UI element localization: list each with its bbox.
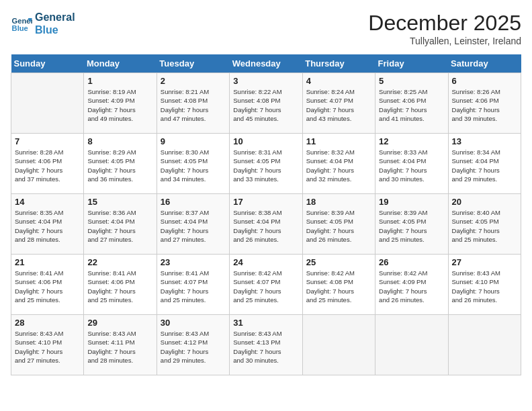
logo-text-blue: Blue	[35, 24, 75, 36]
day-number: 15	[87, 197, 152, 207]
calendar-cell: 20Sunrise: 8:40 AM Sunset: 4:05 PM Dayli…	[448, 194, 521, 255]
logo-text-general: General	[35, 11, 75, 24]
day-info: Sunrise: 8:43 AM Sunset: 4:13 PM Dayligh…	[233, 329, 298, 365]
day-header-monday: Monday	[84, 54, 157, 73]
day-info: Sunrise: 8:43 AM Sunset: 4:12 PM Dayligh…	[161, 329, 226, 365]
calendar-week-row: 7Sunrise: 8:28 AM Sunset: 4:06 PM Daylig…	[11, 134, 521, 194]
day-number: 14	[15, 197, 80, 207]
calendar-header-row: SundayMondayTuesdayWednesdayThursdayFrid…	[11, 54, 521, 73]
day-info: Sunrise: 8:36 AM Sunset: 4:04 PM Dayligh…	[87, 208, 152, 244]
calendar-cell: 6Sunrise: 8:26 AM Sunset: 4:06 PM Daylig…	[448, 73, 521, 134]
calendar-cell: 28Sunrise: 8:43 AM Sunset: 4:10 PM Dayli…	[11, 315, 84, 375]
day-number: 27	[452, 257, 517, 267]
day-number: 11	[306, 136, 371, 146]
calendar-cell: 2Sunrise: 8:21 AM Sunset: 4:08 PM Daylig…	[157, 73, 229, 134]
day-number: 6	[452, 76, 517, 86]
calendar-cell: 19Sunrise: 8:39 AM Sunset: 4:05 PM Dayli…	[375, 194, 448, 255]
day-number: 28	[15, 318, 80, 328]
calendar-cell: 17Sunrise: 8:38 AM Sunset: 4:04 PM Dayli…	[230, 194, 302, 255]
month-title: December 2025	[368, 11, 521, 36]
calendar-cell: 25Sunrise: 8:42 AM Sunset: 4:08 PM Dayli…	[302, 255, 375, 315]
day-number: 4	[306, 76, 371, 86]
day-info: Sunrise: 8:41 AM Sunset: 4:07 PM Dayligh…	[161, 269, 226, 304]
day-info: Sunrise: 8:41 AM Sunset: 4:06 PM Dayligh…	[15, 269, 80, 304]
title-block: December 2025 Tullyallen, Leinster, Irel…	[368, 11, 521, 46]
calendar-cell: 22Sunrise: 8:41 AM Sunset: 4:06 PM Dayli…	[84, 255, 157, 315]
calendar-week-row: 1Sunrise: 8:19 AM Sunset: 4:09 PM Daylig…	[11, 73, 521, 134]
day-number: 1	[87, 76, 152, 86]
location-subtitle: Tullyallen, Leinster, Ireland	[368, 36, 521, 46]
calendar-cell: 4Sunrise: 8:24 AM Sunset: 4:07 PM Daylig…	[302, 73, 375, 134]
calendar-cell: 29Sunrise: 8:43 AM Sunset: 4:11 PM Dayli…	[84, 315, 157, 375]
day-number: 22	[87, 257, 152, 267]
day-number: 25	[306, 257, 371, 267]
calendar-cell: 16Sunrise: 8:37 AM Sunset: 4:04 PM Dayli…	[157, 194, 229, 255]
calendar-cell: 13Sunrise: 8:34 AM Sunset: 4:04 PM Dayli…	[448, 134, 521, 194]
calendar-cell: 5Sunrise: 8:25 AM Sunset: 4:06 PM Daylig…	[375, 73, 448, 134]
calendar-cell: 27Sunrise: 8:43 AM Sunset: 4:10 PM Dayli…	[448, 255, 521, 315]
svg-text:General: General	[12, 17, 32, 25]
day-info: Sunrise: 8:43 AM Sunset: 4:10 PM Dayligh…	[452, 269, 517, 304]
day-number: 17	[233, 197, 298, 207]
calendar-cell	[375, 315, 448, 375]
day-info: Sunrise: 8:43 AM Sunset: 4:10 PM Dayligh…	[15, 329, 80, 365]
day-info: Sunrise: 8:42 AM Sunset: 4:09 PM Dayligh…	[379, 269, 444, 304]
day-number: 20	[452, 197, 517, 207]
calendar-cell: 1Sunrise: 8:19 AM Sunset: 4:09 PM Daylig…	[84, 73, 157, 134]
day-number: 31	[233, 318, 298, 328]
day-info: Sunrise: 8:37 AM Sunset: 4:04 PM Dayligh…	[161, 208, 226, 244]
page-header: General Blue General Blue December 2025 …	[11, 11, 521, 46]
day-number: 18	[306, 197, 371, 207]
calendar-cell: 30Sunrise: 8:43 AM Sunset: 4:12 PM Dayli…	[157, 315, 229, 375]
day-info: Sunrise: 8:38 AM Sunset: 4:04 PM Dayligh…	[233, 208, 298, 244]
day-info: Sunrise: 8:41 AM Sunset: 4:06 PM Dayligh…	[87, 269, 152, 304]
day-header-saturday: Saturday	[448, 54, 521, 73]
logo-icon: General Blue	[11, 13, 32, 34]
day-info: Sunrise: 8:19 AM Sunset: 4:09 PM Dayligh…	[87, 87, 152, 123]
calendar-week-row: 28Sunrise: 8:43 AM Sunset: 4:10 PM Dayli…	[11, 315, 521, 375]
day-info: Sunrise: 8:28 AM Sunset: 4:06 PM Dayligh…	[15, 148, 80, 183]
calendar-week-row: 21Sunrise: 8:41 AM Sunset: 4:06 PM Dayli…	[11, 255, 521, 315]
day-info: Sunrise: 8:33 AM Sunset: 4:04 PM Dayligh…	[379, 148, 444, 183]
day-info: Sunrise: 8:39 AM Sunset: 4:05 PM Dayligh…	[306, 208, 371, 244]
day-header-wednesday: Wednesday	[230, 54, 302, 73]
day-info: Sunrise: 8:24 AM Sunset: 4:07 PM Dayligh…	[306, 87, 371, 123]
day-info: Sunrise: 8:39 AM Sunset: 4:05 PM Dayligh…	[379, 208, 444, 244]
day-number: 16	[161, 197, 226, 207]
logo: General Blue General Blue	[11, 11, 75, 36]
day-number: 7	[15, 136, 80, 146]
day-info: Sunrise: 8:42 AM Sunset: 4:07 PM Dayligh…	[233, 269, 298, 304]
day-info: Sunrise: 8:30 AM Sunset: 4:05 PM Dayligh…	[161, 148, 226, 183]
calendar-cell: 9Sunrise: 8:30 AM Sunset: 4:05 PM Daylig…	[157, 134, 229, 194]
calendar-cell: 8Sunrise: 8:29 AM Sunset: 4:05 PM Daylig…	[84, 134, 157, 194]
day-info: Sunrise: 8:25 AM Sunset: 4:06 PM Dayligh…	[379, 87, 444, 123]
day-number: 29	[87, 318, 152, 328]
day-number: 12	[379, 136, 444, 146]
day-number: 19	[379, 197, 444, 207]
day-info: Sunrise: 8:32 AM Sunset: 4:04 PM Dayligh…	[306, 148, 371, 183]
day-info: Sunrise: 8:22 AM Sunset: 4:08 PM Dayligh…	[233, 87, 298, 123]
day-number: 10	[233, 136, 298, 146]
day-number: 3	[233, 76, 298, 86]
calendar-table: SundayMondayTuesdayWednesdayThursdayFrid…	[11, 54, 521, 375]
calendar-cell	[302, 315, 375, 375]
day-info: Sunrise: 8:21 AM Sunset: 4:08 PM Dayligh…	[161, 87, 226, 123]
day-info: Sunrise: 8:31 AM Sunset: 4:05 PM Dayligh…	[233, 148, 298, 183]
calendar-cell: 11Sunrise: 8:32 AM Sunset: 4:04 PM Dayli…	[302, 134, 375, 194]
day-number: 21	[15, 257, 80, 267]
calendar-cell: 24Sunrise: 8:42 AM Sunset: 4:07 PM Dayli…	[230, 255, 302, 315]
day-header-tuesday: Tuesday	[157, 54, 229, 73]
calendar-cell: 10Sunrise: 8:31 AM Sunset: 4:05 PM Dayli…	[230, 134, 302, 194]
day-number: 26	[379, 257, 444, 267]
calendar-cell	[448, 315, 521, 375]
day-number: 24	[233, 257, 298, 267]
calendar-cell: 23Sunrise: 8:41 AM Sunset: 4:07 PM Dayli…	[157, 255, 229, 315]
day-info: Sunrise: 8:29 AM Sunset: 4:05 PM Dayligh…	[87, 148, 152, 183]
day-number: 2	[161, 76, 226, 86]
day-header-sunday: Sunday	[11, 54, 84, 73]
day-number: 9	[161, 136, 226, 146]
svg-text:Blue: Blue	[12, 24, 28, 32]
day-number: 23	[161, 257, 226, 267]
day-header-thursday: Thursday	[302, 54, 375, 73]
day-info: Sunrise: 8:43 AM Sunset: 4:11 PM Dayligh…	[87, 329, 152, 365]
